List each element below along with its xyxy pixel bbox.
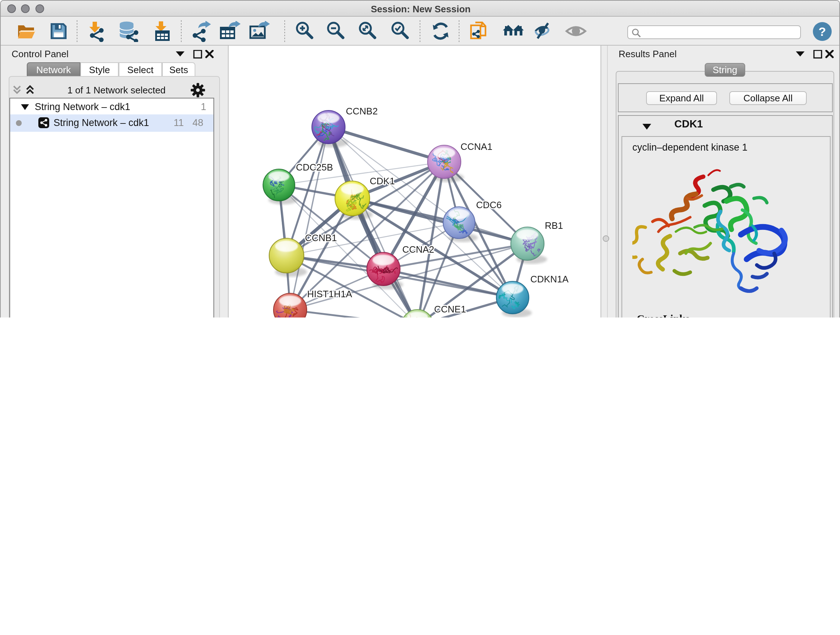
svg-text:RB1: RB1 bbox=[545, 220, 563, 231]
svg-text:HIST1H1A: HIST1H1A bbox=[307, 288, 352, 299]
svg-text:?: ? bbox=[819, 25, 826, 38]
svg-text:CCNA1: CCNA1 bbox=[461, 141, 493, 152]
svg-text:CCNB1: CCNB1 bbox=[305, 233, 337, 243]
svg-text:CCNB2: CCNB2 bbox=[346, 106, 378, 117]
svg-text:CCNE1: CCNE1 bbox=[434, 304, 466, 315]
svg-text:CCNA2: CCNA2 bbox=[402, 244, 434, 255]
svg-text:CDKN1A: CDKN1A bbox=[531, 274, 569, 285]
svg-text:CDC6: CDC6 bbox=[476, 200, 502, 211]
svg-text:CDK1: CDK1 bbox=[370, 176, 395, 187]
svg-text:CDC25B: CDC25B bbox=[296, 162, 333, 173]
